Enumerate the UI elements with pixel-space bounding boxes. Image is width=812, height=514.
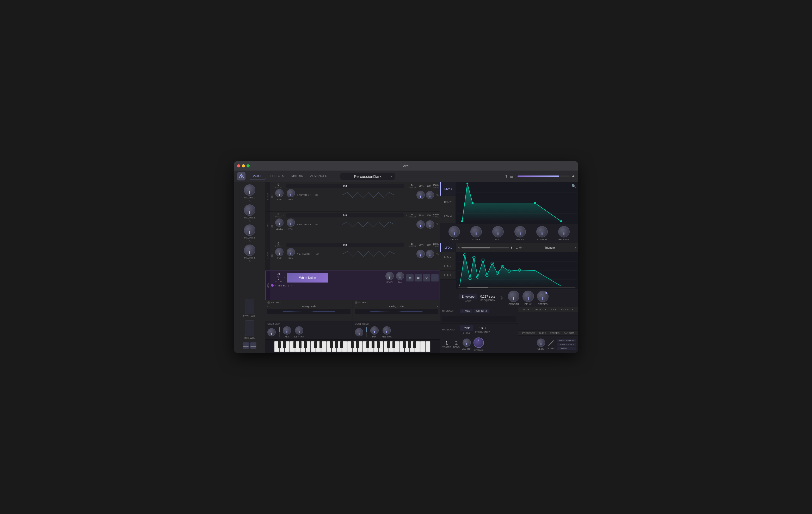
tab-voice[interactable]: VOICE xyxy=(250,173,265,179)
smp-shuffle-btn[interactable]: ⇄ xyxy=(415,274,422,281)
mixer-left-mix-knob[interactable] xyxy=(283,326,291,335)
lfo-mode-box[interactable]: Envelope xyxy=(459,294,477,299)
osc-2-extra-knob-1[interactable] xyxy=(416,220,425,229)
lfo-moon-icon[interactable]: ☽ xyxy=(499,296,503,301)
random-1-stereo-btn[interactable]: STEREO xyxy=(473,309,489,313)
lfo-tab-4[interactable]: LFO 4 xyxy=(440,271,456,280)
env-tab-1[interactable]: ENV 1 xyxy=(440,182,456,196)
osc-1-wave-selector[interactable]: Init xyxy=(286,184,403,188)
mixer-right-mix-knob[interactable] xyxy=(370,326,379,335)
macro-3-knob[interactable] xyxy=(244,224,255,236)
smp-waveform-btn[interactable]: ▦ xyxy=(406,274,413,281)
random-1-sync-btn[interactable]: SYNC xyxy=(460,309,472,313)
osc-2-dot[interactable] xyxy=(271,225,273,228)
osc-3-wave-selector[interactable]: Init xyxy=(286,243,403,247)
random-2-style-box[interactable]: Perlin xyxy=(460,325,473,331)
lfo-pencil-icon[interactable]: ✎ xyxy=(458,246,460,249)
smp-pan-knob[interactable] xyxy=(396,272,404,280)
osc-3-level-knob[interactable] xyxy=(275,248,284,256)
osc-1-wave-next[interactable]: › xyxy=(406,185,407,187)
mixer-left-fader[interactable] xyxy=(279,327,280,337)
osc-1-filter-prev[interactable]: ‹ xyxy=(297,193,298,196)
env-decay-knob[interactable] xyxy=(514,226,526,238)
osc-2-wave-next[interactable]: › xyxy=(406,214,407,217)
smp-wave-next[interactable]: › xyxy=(330,276,331,279)
macro-2-knob[interactable] xyxy=(244,204,255,216)
osc-1-filter-next[interactable]: › xyxy=(310,193,311,196)
mixer-left-keytrk-knob[interactable] xyxy=(295,326,303,335)
slope-control[interactable] xyxy=(547,339,555,347)
env-tab-3[interactable]: ENV 3 xyxy=(440,209,456,223)
osc-1-enable[interactable] xyxy=(270,182,274,211)
env-attack-knob[interactable] xyxy=(470,226,482,238)
preset-prev-button[interactable]: ‹ xyxy=(344,174,345,178)
osc-1-extra-knob-2[interactable] xyxy=(426,191,434,199)
legato-btn[interactable]: LEGATO xyxy=(557,346,576,350)
mixer-right-keytrk-knob[interactable] xyxy=(382,326,391,335)
minimize-button[interactable] xyxy=(242,164,245,168)
osc-3-edit-icon[interactable]: ✎ xyxy=(436,252,439,256)
osc-2-pan-knob[interactable] xyxy=(287,218,295,227)
osc-3-enable[interactable] xyxy=(270,241,274,270)
osc-2-filter-next[interactable]: › xyxy=(310,223,311,226)
osc-1-level-knob[interactable] xyxy=(275,189,284,198)
filter-2-enable[interactable] xyxy=(355,301,357,304)
octave-scale-btn[interactable]: OCTAVE SCALE xyxy=(557,343,576,346)
osc-1-edit-icon[interactable]: ✎ xyxy=(436,193,439,197)
filter-1-next[interactable]: › xyxy=(349,305,350,308)
vel-trk-knob[interactable] xyxy=(463,338,471,347)
mod-whl-control[interactable] xyxy=(245,321,254,336)
pitch-whl-control[interactable] xyxy=(245,299,254,314)
macro-1-edit[interactable]: ✎ xyxy=(249,200,251,202)
lfo-tab-2[interactable]: LFO 2 xyxy=(440,252,456,262)
menu-icon[interactable]: ☰ xyxy=(510,174,513,178)
osc-2-edit-icon[interactable]: ✎ xyxy=(436,223,439,226)
smp-wave-selector[interactable]: White Noise xyxy=(287,273,328,282)
tab-matrix[interactable]: MATRIX xyxy=(288,173,306,179)
mixer-right-drive-knob[interactable] xyxy=(355,328,363,336)
filter-1-prev[interactable]: ‹ xyxy=(267,305,268,308)
preset-next-button[interactable]: › xyxy=(390,174,392,178)
env-sustain-knob[interactable] xyxy=(536,226,548,238)
macro-3-edit[interactable]: ✎ xyxy=(249,240,251,242)
piano-keyboard[interactable] xyxy=(266,341,439,352)
lfo-tab-1[interactable]: LFO 1 xyxy=(440,243,456,252)
macro-1-knob[interactable] xyxy=(244,184,255,196)
osc-3-dot[interactable] xyxy=(271,254,273,257)
mixer-right-fader[interactable] xyxy=(367,327,367,337)
macro-4-knob[interactable] xyxy=(244,244,255,256)
osc-2-wave-prev[interactable]: ‹ xyxy=(284,214,284,217)
env-hold-knob[interactable] xyxy=(492,226,504,238)
tab-effects[interactable]: EFFECTS xyxy=(267,173,287,179)
fullscreen-button[interactable] xyxy=(246,164,250,168)
smp-wave-prev[interactable]: ‹ xyxy=(284,276,285,279)
mixer-left-drive-knob[interactable] xyxy=(267,328,276,336)
env-release-knob[interactable] xyxy=(558,226,570,238)
osc-2-enable[interactable] xyxy=(270,212,274,241)
osc-1-pan-knob[interactable] xyxy=(287,189,295,198)
lfo-delay-knob[interactable] xyxy=(522,291,534,302)
osc-2-extra-knob-2[interactable] xyxy=(426,220,434,229)
export-icon[interactable]: ⬆ xyxy=(505,174,508,178)
glide-knob[interactable] xyxy=(537,338,545,347)
smp-filter-prev[interactable]: ‹ xyxy=(276,284,276,287)
smp-level-knob[interactable] xyxy=(385,272,394,280)
smp-reverse-btn[interactable]: ↔ xyxy=(431,274,439,281)
filter-1-enable[interactable] xyxy=(267,301,270,304)
spread-knob[interactable] xyxy=(473,337,484,348)
smp-loop-btn[interactable]: ↺ xyxy=(423,274,430,281)
smp-dot[interactable] xyxy=(271,284,273,287)
osc-1-dot[interactable] xyxy=(271,195,273,198)
macro-4-edit[interactable]: ✎ xyxy=(249,260,251,263)
osc-3-pan-knob[interactable] xyxy=(287,248,295,256)
lfo-stereo-knob[interactable] xyxy=(537,291,549,302)
osc-3-extra-knob-1[interactable] xyxy=(416,250,425,258)
tab-advanced[interactable]: ADVANCED xyxy=(307,173,330,179)
smp-filter-next[interactable]: › xyxy=(291,284,292,287)
lfo-tab-3[interactable]: LFO 3 xyxy=(440,262,456,271)
macro-2-edit[interactable]: ✎ xyxy=(249,219,251,222)
filter-2-prev[interactable]: ‹ xyxy=(355,305,356,308)
close-button[interactable] xyxy=(237,164,240,168)
osc-3-wave-prev[interactable]: ‹ xyxy=(284,243,284,246)
filter-2-next[interactable]: › xyxy=(437,305,438,308)
